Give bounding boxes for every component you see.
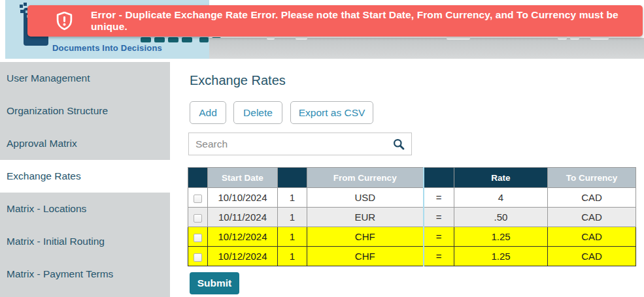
rate-cell: .50 (454, 208, 548, 227)
table-row: 10/11/2024 1 EUR = .50 CAD (188, 208, 636, 227)
submit-button[interactable]: Submit (190, 272, 239, 294)
app-window: Documents Into Decisions Error - Duplica… (0, 0, 644, 297)
table-row-duplicate-highlighted: 10/12/2024 1 CHF = 1.25 CAD (188, 227, 636, 247)
error-banner: Error - Duplicate Exchange Rate Error. P… (27, 5, 643, 37)
exchange-rates-table: Start Date From Currency Rate To Currenc… (188, 167, 636, 266)
rate-cell: 1.25 (454, 247, 548, 266)
equals-cell: = (424, 208, 454, 227)
logo-pixel-dot (20, 10, 24, 13)
header-unit-column (278, 168, 307, 188)
table-row: 10/10/2024 1 USD = 4 CAD (188, 188, 636, 208)
unit-cell: 1 (278, 227, 307, 247)
equals-cell: = (424, 188, 454, 208)
to-currency-cell: CAD (548, 247, 636, 266)
page-title: Exchange Rates (190, 73, 286, 88)
to-currency-cell: CAD (548, 227, 636, 247)
row-checkbox[interactable] (194, 234, 202, 242)
logo-wordmark-fragment (154, 37, 165, 42)
sidebar-item-organization-structure[interactable]: Organization Structure (0, 95, 170, 127)
start-date-cell: 10/11/2024 (208, 208, 278, 227)
unit-cell: 1 (278, 247, 307, 266)
logo-tagline: Documents Into Decisions (5, 43, 209, 53)
sidebar-item-exchange-rates[interactable]: Exchange Rates (0, 160, 170, 193)
sidebar-item-matrix-locations[interactable]: Matrix - Locations (0, 193, 170, 225)
header-rate[interactable]: Rate (454, 168, 548, 188)
row-checkbox[interactable] (194, 214, 202, 223)
header-start-date[interactable]: Start Date (208, 168, 278, 188)
rate-cell: 1.25 (454, 227, 548, 247)
table-row-duplicate-highlighted: 10/12/2024 1 CHF = 1.25 CAD (188, 247, 636, 266)
unit-cell: 1 (278, 188, 307, 208)
logo-wordmark-fragment (168, 37, 178, 42)
row-checkbox[interactable] (194, 195, 202, 203)
search-input[interactable] (189, 138, 393, 150)
sidebar-item-approval-matrix[interactable]: Approval Matrix (0, 127, 170, 160)
header-from-currency[interactable]: From Currency (307, 168, 424, 188)
logo-pixel-dot (24, 3, 27, 6)
from-currency-cell: USD (307, 188, 424, 208)
sidebar-item-user-management[interactable]: User Management (0, 62, 170, 95)
logo-wordmark-fragment (199, 37, 209, 42)
logo-wordmark-fragment (182, 37, 192, 42)
table-header-row: Start Date From Currency Rate To Currenc… (188, 168, 636, 188)
top-navigation-bar (209, 38, 644, 59)
row-select-cell (188, 227, 208, 247)
header-equals-column (424, 168, 454, 188)
logo-pixel-dot (20, 5, 23, 8)
start-date-cell: 10/12/2024 (208, 227, 278, 247)
row-select-cell (188, 208, 208, 227)
export-csv-button[interactable]: Export as CSV (290, 101, 373, 124)
sidebar-item-matrix-payment-terms[interactable]: Matrix - Payment Terms (0, 258, 170, 290)
row-checkbox[interactable] (194, 253, 202, 262)
search-box (188, 133, 412, 155)
row-select-cell (188, 188, 208, 208)
logo-wordmark-fragment (141, 37, 151, 42)
row-select-cell (188, 247, 208, 266)
start-date-cell: 10/12/2024 (208, 247, 278, 266)
error-message: Error - Duplicate Exchange Rate Error. P… (91, 9, 643, 33)
sidebar-item-matrix-initial-routing[interactable]: Matrix - Initial Routing (0, 225, 170, 258)
to-currency-cell: CAD (548, 188, 636, 208)
from-currency-cell: EUR (307, 208, 424, 227)
delete-button[interactable]: Delete (233, 101, 282, 124)
header-to-currency[interactable]: To Currency (548, 168, 636, 188)
header-select-column (188, 168, 208, 188)
from-currency-cell: CHF (307, 227, 424, 247)
start-date-cell: 10/10/2024 (208, 188, 278, 208)
from-currency-cell: CHF (307, 247, 424, 266)
equals-cell: = (424, 227, 454, 247)
sidebar: User Management Organization Structure A… (0, 62, 170, 297)
shield-exclamation-icon (56, 12, 73, 30)
to-currency-cell: CAD (548, 208, 636, 227)
rate-cell: 4 (454, 188, 548, 208)
add-button[interactable]: Add (190, 101, 226, 124)
search-icon[interactable] (393, 138, 405, 150)
unit-cell: 1 (278, 208, 307, 227)
equals-cell: = (424, 247, 454, 266)
